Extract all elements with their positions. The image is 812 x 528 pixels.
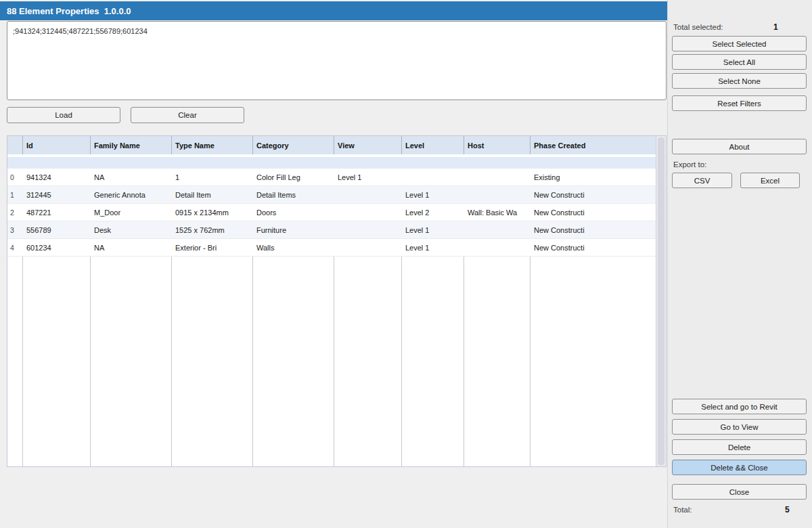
- table-row[interactable]: 1312445Generic AnnotaDetail ItemDetail I…: [7, 186, 656, 204]
- column-header-phase-created[interactable]: Phase Created: [531, 136, 656, 154]
- export-to-label: Export to:: [673, 160, 706, 169]
- close-button[interactable]: Close: [672, 484, 807, 500]
- table-empty-area: [7, 257, 656, 466]
- select-none-button[interactable]: Select None: [672, 73, 807, 89]
- cell-category: Color Fill Leg: [253, 169, 334, 185]
- cell-id: 487221: [23, 204, 91, 221]
- cell-view: [334, 186, 402, 203]
- cell-index: 0: [7, 169, 23, 185]
- cell-index: 1: [7, 186, 23, 203]
- table-row[interactable]: 2487221M_Door0915 x 2134mmDoorsLevel 2Wa…: [7, 204, 656, 221]
- table-row[interactable]: 0941324NA1Color Fill LegLevel 1Existing: [7, 169, 656, 186]
- column-header-family-name[interactable]: Family Name: [91, 136, 172, 154]
- cell-host: Wall: Basic Wa: [464, 204, 531, 221]
- cell-type-name: 1: [172, 169, 253, 185]
- table-body: 0941324NA1Color Fill LegLevel 1Existing1…: [7, 169, 656, 257]
- scrollbar-thumb[interactable]: [658, 137, 664, 465]
- cell-host: [464, 239, 531, 256]
- cell-family-name: M_Door: [91, 204, 172, 221]
- export-csv-button[interactable]: CSV: [672, 173, 732, 188]
- load-button[interactable]: Load: [7, 107, 120, 123]
- cell-type-name: 1525 x 762mm: [172, 221, 253, 238]
- cell-index: 4: [7, 239, 23, 256]
- cell-host: [464, 221, 531, 238]
- cell-family-name: Desk: [91, 221, 172, 238]
- cell-id: 312445: [23, 186, 91, 203]
- cell-family-name: NA: [91, 239, 172, 256]
- total-selected-value: 1: [773, 22, 778, 32]
- cell-phase-created: New Constructi: [531, 186, 656, 203]
- window-titlebar[interactable]: 88 Element Properties 1.0.0.0: [0, 1, 667, 20]
- element-ids-input[interactable]: ;941324;312445;487221;556789;601234: [7, 21, 667, 100]
- total-label: Total:: [673, 506, 692, 514]
- total-selected-label: Total selected:: [673, 23, 723, 31]
- cell-family-name: Generic Annota: [91, 186, 172, 203]
- window-title: 88 Element Properties 1.0.0.0: [0, 6, 131, 16]
- select-and-go-to-revit-button[interactable]: Select and go to Revit: [672, 399, 807, 414]
- column-header-view[interactable]: View: [334, 136, 402, 154]
- cell-type-name: Exterior - Bri: [172, 239, 253, 256]
- cell-phase-created: New Constructi: [531, 221, 656, 238]
- table-vertical-scrollbar[interactable]: [656, 136, 666, 466]
- app-window: 88 Element Properties 1.0.0.0 ;941324;31…: [0, 0, 812, 528]
- reset-filters-button[interactable]: Reset Filters: [672, 95, 807, 111]
- table-header-row: Id Family Name Type Name Category View L…: [7, 136, 656, 154]
- select-selected-button[interactable]: Select Selected: [672, 36, 807, 51]
- cell-level: [402, 169, 464, 185]
- column-header-category[interactable]: Category: [253, 136, 334, 154]
- cell-category: Doors: [253, 204, 334, 221]
- elements-table: Id Family Name Type Name Category View L…: [7, 135, 667, 467]
- cell-family-name: NA: [91, 169, 172, 185]
- select-all-button[interactable]: Select All: [672, 54, 807, 70]
- clear-button[interactable]: Clear: [131, 107, 244, 123]
- about-button[interactable]: About: [672, 139, 807, 154]
- table-row[interactable]: 3556789Desk1525 x 762mmFurnitureLevel 1N…: [7, 221, 656, 239]
- cell-view: [334, 204, 402, 221]
- cell-id: 556789: [23, 221, 91, 238]
- cell-category: Walls: [253, 239, 334, 256]
- table-filter-row[interactable]: [7, 157, 656, 169]
- cell-level: Level 2: [402, 204, 464, 221]
- cell-level: Level 1: [402, 239, 464, 256]
- column-header-host[interactable]: Host: [464, 136, 531, 154]
- sidebar: Total selected: 1 Select Selected Select…: [667, 0, 812, 528]
- cell-phase-created: New Constructi: [531, 204, 656, 221]
- cell-category: Furniture: [253, 221, 334, 238]
- column-header-type-name[interactable]: Type Name: [172, 136, 253, 154]
- cell-category: Detail Items: [253, 186, 334, 203]
- cell-view: [334, 221, 402, 238]
- header-row-selector[interactable]: [7, 136, 23, 154]
- cell-phase-created: New Constructi: [531, 239, 656, 256]
- total-value: 5: [785, 505, 790, 514]
- column-header-level[interactable]: Level: [402, 136, 464, 154]
- cell-phase-created: Existing: [531, 169, 656, 185]
- cell-type-name: 0915 x 2134mm: [172, 204, 253, 221]
- export-excel-button[interactable]: Excel: [740, 173, 800, 188]
- cell-id: 941324: [23, 169, 91, 185]
- cell-index: 3: [7, 221, 23, 238]
- column-header-id[interactable]: Id: [23, 136, 91, 154]
- cell-index: 2: [7, 204, 23, 221]
- delete-button[interactable]: Delete: [672, 439, 807, 455]
- cell-view: Level 1: [334, 169, 402, 185]
- cell-host: [464, 186, 531, 203]
- cell-level: Level 1: [402, 221, 464, 238]
- cell-host: [464, 169, 531, 185]
- cell-id: 601234: [23, 239, 91, 256]
- cell-level: Level 1: [402, 186, 464, 203]
- go-to-view-button[interactable]: Go to View: [672, 419, 807, 435]
- cell-type-name: Detail Item: [172, 186, 253, 203]
- table-row[interactable]: 4601234NAExterior - BriWallsLevel 1New C…: [7, 239, 656, 257]
- delete-and-close-button[interactable]: Delete && Close: [672, 460, 807, 475]
- cell-view: [334, 239, 402, 256]
